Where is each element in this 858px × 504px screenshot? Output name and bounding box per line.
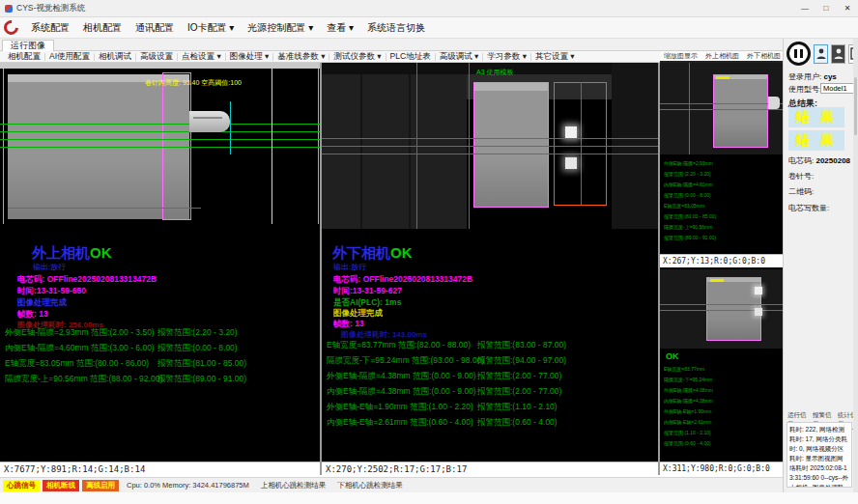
menu-bar: 系统配置相机配置通讯配置IO卡配置 ▾光源控制配置 ▾查看 ▾系统语言切换 [0, 17, 858, 39]
time-line: 时间:13-31-59-650 [17, 286, 86, 297]
sidebar-scrollbar[interactable] [853, 39, 858, 504]
mini-panel-2-lines: E轴宽度=83.77mm隔膜宽度-下=95.24mm外侧E轴-隔膜=4.38mm… [664, 364, 780, 449]
toolbar-item-8[interactable]: PLC地址表 [386, 51, 435, 63]
measurement-value: 隔膜宽度-下=95.24mm 范围:(93.00 - 98.00) [327, 355, 484, 367]
window-title: CYS-视觉检测系统 [16, 3, 85, 14]
overlay-height-text: 卷针内高度: 93.40 空高阈值:100 [145, 78, 242, 88]
mini-text-line: 隔膜宽度-上=90.56mm [664, 222, 780, 233]
camera-title: 外上相机OK [32, 244, 112, 263]
main-area: 卷针内高度: 93.40 空高阈值:100 外上相机OK 输出:放行 电芯码: … [0, 63, 783, 475]
right-sidebar: 登录用户: cys 使用型号: Model1 总结果: 结 果 结 果 电芯码:… [783, 39, 858, 504]
toolbar-item-0[interactable]: 相机配置 [4, 51, 44, 63]
measurement-row: 外侧E轴-隔膜=2.93mm 范围:(2.00 - 3.50)报警范围:(2.2… [0, 327, 320, 343]
window-footer [0, 492, 858, 504]
toolbar-items: 相机配置AI使用配置相机调试高级设置点检设置 ▾图像处理 ▾基准线参数 ▾测试仪… [4, 51, 579, 63]
measurement-value: 外侧E轴-隔膜=2.93mm 范围:(2.00 - 3.50) [5, 327, 155, 339]
cell-code-value: 20250208 [815, 156, 850, 165]
measurement-row: 外侧E轴-隔膜=4.38mm 范围:(0.00 - 9.00)报警范围:(2.0… [322, 371, 658, 386]
toolbar-item-3[interactable]: 高级设置 [136, 51, 177, 63]
menu-item-4[interactable]: 光源控制配置 ▾ [241, 19, 320, 37]
preview-view-1[interactable] [660, 63, 783, 154]
minimize-button[interactable]: — [794, 0, 815, 16]
measurement-value: 内侧E轴-隔膜=4.60mm 范围:(3.00 - 6.00) [5, 343, 155, 354]
output-line: 输出:放行 [33, 262, 66, 272]
mini-text-line: 内侧E轴-隔膜=4.38mm [664, 396, 780, 406]
write-count-label: 电芯写数量: [788, 203, 829, 213]
menu-item-5[interactable]: 查看 ▾ [320, 19, 360, 37]
login-user-label: 登录用户: [788, 72, 821, 81]
mini-text-line: 隔膜宽度-下=95.24mm [664, 375, 780, 385]
mini-text-line: 外侧E轴-E轴=1.90mm [664, 406, 780, 417]
mini-panel-1-lines: 外侧E轴-隔膜=2.93mm报警范围:(2.20 - 3.20)内侧E轴-隔膜=… [664, 158, 780, 243]
measurement-row: E轴宽度=83.05mm 范围:(80.00 - 86.00)报警范围:(81.… [0, 358, 320, 374]
menu-item-3[interactable]: IO卡配置 ▾ [181, 19, 241, 37]
toolbar-item-4[interactable]: 点检设置 ▾ [178, 51, 225, 63]
qr-code-label: 二维码: [788, 186, 814, 197]
user-icon [834, 48, 844, 60]
toolbar-item-7[interactable]: 测试仪参数 ▾ [329, 51, 385, 63]
menu-item-6[interactable]: 系统语言切换 [360, 19, 432, 37]
maximize-button[interactable]: □ [815, 0, 837, 16]
camera-view-upper[interactable]: 卷针内高度: 93.40 空高阈值:100 [0, 63, 320, 224]
mini-tab-2[interactable]: 外下相机图 [743, 51, 785, 61]
measurement-alarm: 报警范围:(2.00 - 77.00) [477, 386, 561, 398]
camera-panel-upper: 卷针内高度: 93.40 空高阈值:100 外上相机OK 输出:放行 电芯码: … [0, 63, 320, 475]
status-badge-1: 相机断线 [43, 480, 79, 491]
measurement-row: E轴宽度=83.77mm 范围:(82.00 - 88.00)报警范围:(83.… [322, 340, 658, 355]
measurement-row: 隔膜宽度-下=95.24mm 范围:(93.00 - 98.00)报警范围:(9… [322, 355, 658, 371]
status-badges: 心跳信号相机断线离线启用 [0, 480, 119, 491]
result-block-lower: 结 果 [788, 130, 844, 151]
menu-item-1[interactable]: 相机配置 [76, 19, 129, 37]
mini-text-line: 外侧E轴-隔膜=4.38mm [664, 385, 780, 396]
tab-row: 运行图像 [0, 39, 783, 51]
toolbar-item-6[interactable]: 基准线参数 ▾ [273, 51, 329, 63]
mini-text-line: 报警范围:(0.00 - 8.00) [664, 190, 780, 201]
result-block-upper: 结 果 [788, 107, 844, 127]
barcode-line: 电芯码: OFFline2025020813313472B [333, 274, 472, 286]
model-select[interactable]: Model1 [820, 83, 856, 94]
camera-view-lower[interactable]: A3 使用模板 [322, 63, 658, 229]
app-icon [5, 5, 13, 13]
coords-statusbar-upper: X:7677;Y:891;R:14;G:14;B:14 [0, 462, 320, 475]
toolbar-item-1[interactable]: AI使用配置 [45, 51, 94, 63]
tab-run-image[interactable]: 运行图像 [2, 40, 54, 51]
barcode-line: 电芯码: OFFline2025020813313472B [17, 274, 157, 286]
measurement-alarm: 报警范围:(83.00 - 87.00) [477, 340, 566, 351]
center-measurements: E轴宽度=83.77mm 范围:(82.00 - 88.00)报警范围:(83.… [322, 340, 658, 433]
mini-text-line: 报警范围:(81.00 - 85.00) [664, 211, 780, 222]
mini-text-line: 内侧E轴-隔膜=4.60mm [664, 180, 780, 190]
measurement-value: E轴宽度=83.05mm 范围:(80.00 - 86.00) [5, 358, 149, 370]
camera-panel-lower: A3 使用模板 外下相机OK 输出:放行 电芯码: OFFline2025020… [322, 63, 658, 475]
pause-button[interactable] [786, 42, 811, 66]
toolbar-item-9[interactable]: 高级调试 ▾ [436, 51, 483, 63]
toolbar-item-2[interactable]: 相机调试 [95, 51, 135, 63]
login-user-row: 登录用户: cys [788, 71, 837, 82]
toolbar-item-5[interactable]: 图像处理 ▾ [226, 51, 273, 63]
scrollbar-thumb[interactable] [854, 77, 857, 135]
mini-tab-1[interactable]: 外上相机图 [701, 51, 743, 61]
preview-view-2[interactable] [660, 269, 783, 349]
coords-statusbar-lower: X:270;Y:2502;R:17;G:17;B:17 [322, 462, 658, 475]
close-button[interactable]: ✕ [837, 0, 858, 16]
user-button[interactable] [831, 44, 845, 64]
mini-tab-0[interactable]: 缩放图显示 [660, 51, 701, 61]
mini-ok-text: OK [666, 351, 679, 361]
toolbar-item-10[interactable]: 学习参数 ▾ [483, 51, 530, 63]
measurement-value: 外侧E轴-隔膜=4.38mm 范围:(0.00 - 9.00) [327, 371, 476, 382]
cell-code-row: 电芯码: 20250208 [788, 155, 850, 166]
menu-item-2[interactable]: 通讯配置 [129, 19, 181, 37]
measurement-alarm: 报警范围:(2.20 - 3.20) [157, 327, 238, 339]
cpu-memory-text: Cpu: 0.0% Memory: 3424.41796875M [127, 481, 249, 490]
mini-text-line: 报警范围:(1.10 - 2.10) [664, 428, 780, 438]
menu-item-0[interactable]: 系统配置 [24, 19, 76, 37]
login-user-value: cys [823, 72, 836, 81]
pause-icon [794, 49, 797, 58]
mini-text-line: E轴宽度=83.77mm [664, 364, 780, 375]
camera-title: 外下相机OK [332, 244, 413, 263]
log-text-area[interactable]: 耗时: 222, 网络检测耗时: 17, 网络分类耗时: 0, 网络视频分区耗时… [786, 422, 852, 488]
toolbar-item-11[interactable]: 其它设置 ▾ [531, 51, 579, 63]
login-button[interactable] [814, 44, 828, 64]
toolbar: 相机配置AI使用配置相机调试高级设置点检设置 ▾图像处理 ▾基准线参数 ▾测试仪… [0, 51, 783, 63]
measurement-value: E轴宽度=83.77mm 范围:(82.00 - 88.00) [327, 340, 471, 351]
measurement-value: 隔膜宽度-上=90.56mm 范围:(88.00 - 92.00) [5, 374, 162, 385]
